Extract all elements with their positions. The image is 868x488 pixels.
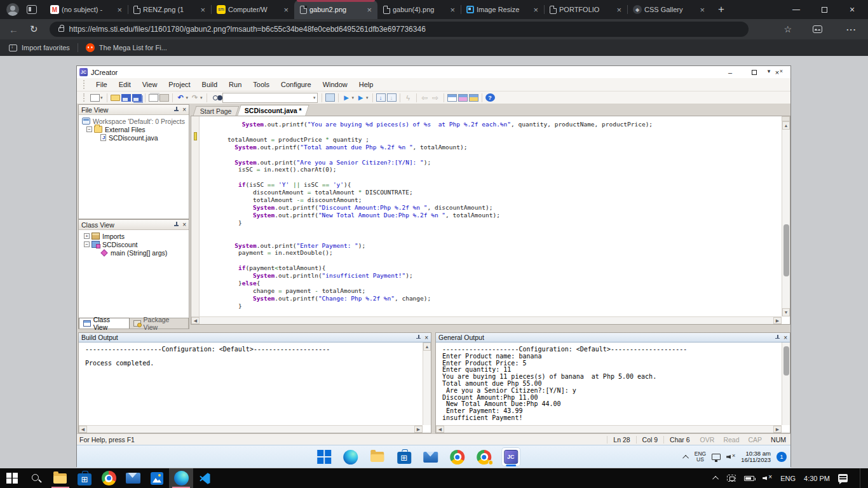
- close-icon[interactable]: ×: [424, 334, 428, 341]
- browser-tab[interactable]: STIComputer/W×: [211, 0, 294, 19]
- menu-file[interactable]: File: [90, 81, 113, 88]
- dropdown-caret-icon[interactable]: ▾: [200, 95, 203, 100]
- menu-edit[interactable]: Edit: [113, 81, 137, 88]
- display-icon[interactable]: [712, 454, 721, 460]
- code-editor[interactable]: System.out.printf("You are buying %d pie…: [191, 116, 790, 325]
- open-file-icon[interactable]: [111, 95, 120, 101]
- find-in-files-icon[interactable]: [325, 93, 335, 102]
- lightning-icon[interactable]: ϟ: [403, 93, 413, 102]
- copy-icon[interactable]: [149, 94, 158, 102]
- url-text[interactable]: https://elms.sti.edu/files/11601780/gabu…: [69, 25, 426, 34]
- scroll-thumb[interactable]: [783, 224, 789, 276]
- browser-tab[interactable]: ◆CSS Gallery×: [627, 0, 710, 19]
- forward-icon[interactable]: ⇨: [431, 93, 440, 102]
- tablet-mode-icon[interactable]: [727, 475, 736, 482]
- window-close-button[interactable]: ×: [839, 0, 865, 19]
- dropdown-caret-icon[interactable]: ▾: [100, 95, 103, 100]
- edge-icon[interactable]: [342, 448, 360, 466]
- paste-icon[interactable]: [159, 94, 169, 102]
- tree-item-scdiscount-java[interactable]: SCDiscount.java: [80, 133, 187, 142]
- collapse-icon[interactable]: −: [86, 126, 92, 132]
- tab-start-page[interactable]: Start Page: [193, 106, 239, 116]
- search-icon[interactable]: [24, 468, 48, 488]
- url-field[interactable]: https://elms.sti.edu/files/11601780/gabu…: [50, 22, 749, 37]
- build-icon[interactable]: ↓: [387, 93, 397, 102]
- favorite-star-icon[interactable]: ☆: [783, 24, 792, 34]
- collapse-icon[interactable]: −: [84, 241, 90, 247]
- dropdown-caret-icon[interactable]: ▾: [366, 95, 369, 100]
- undo-icon[interactable]: ↶: [176, 93, 186, 102]
- window-minimize-button[interactable]: —: [783, 0, 810, 19]
- tree-item-imports[interactable]: + Imports: [80, 232, 187, 240]
- scroll-right-icon[interactable]: ▶: [773, 426, 782, 433]
- jcreator-minimize-button[interactable]: –: [721, 66, 740, 78]
- menu-configure[interactable]: Configure: [275, 81, 317, 88]
- lock-icon[interactable]: [58, 27, 64, 32]
- browser-tab[interactable]: gabun(4).png×: [377, 0, 461, 19]
- volume-muted-icon[interactable]: [763, 475, 772, 482]
- vscode-icon[interactable]: [193, 468, 217, 488]
- pin-icon[interactable]: [173, 222, 179, 227]
- pin-icon[interactable]: [775, 335, 780, 341]
- tab-package-view[interactable]: Package View: [130, 318, 189, 329]
- debug-run-icon[interactable]: ▶: [356, 93, 365, 102]
- close-icon[interactable]: ×: [182, 221, 186, 228]
- dropdown-caret-icon[interactable]: ▾: [186, 95, 189, 100]
- file-explorer-icon[interactable]: [369, 448, 386, 466]
- browser-essentials-icon[interactable]: [813, 25, 822, 33]
- tray-chevron-icon[interactable]: [682, 454, 689, 461]
- scroll-thumb[interactable]: [783, 346, 789, 376]
- menu-project[interactable]: Project: [163, 81, 196, 88]
- back-icon[interactable]: ←: [9, 24, 18, 35]
- file-explorer-icon[interactable]: [48, 468, 72, 488]
- scroll-left-icon[interactable]: ◀: [79, 426, 87, 433]
- volume-muted-icon[interactable]: [726, 453, 735, 461]
- refresh-icon[interactable]: ↻: [30, 24, 38, 35]
- build-output-vertical-scrollbar[interactable]: ▲: [423, 342, 431, 425]
- import-favorites-button[interactable]: Import favorites: [22, 44, 70, 51]
- tab-class-view[interactable]: Class View: [79, 318, 130, 329]
- editor-vertical-scrollbar[interactable]: ▲ ▼: [782, 116, 790, 316]
- bookmark-item[interactable]: The Mega List for Fi...: [99, 44, 167, 51]
- browser-tab[interactable]: PORTFOLIO×: [544, 0, 627, 19]
- chrome-badge-icon[interactable]: [475, 448, 493, 466]
- edge-icon[interactable]: [169, 468, 193, 488]
- close-icon[interactable]: ×: [182, 106, 186, 113]
- general-output-vertical-scrollbar[interactable]: [782, 342, 790, 425]
- scroll-up-icon[interactable]: ▲: [782, 121, 790, 130]
- build-output-horizontal-scrollbar[interactable]: ◀ ▶: [79, 425, 423, 433]
- tree-item-scdiscount-class[interactable]: − SCDiscount: [80, 240, 187, 248]
- language-indicator[interactable]: ENGUS: [695, 451, 706, 463]
- profile-avatar[interactable]: [6, 3, 19, 16]
- scroll-right-icon[interactable]: ▶: [414, 426, 423, 433]
- start-icon[interactable]: [315, 448, 333, 466]
- view-window-2-icon[interactable]: [458, 94, 468, 102]
- back-icon[interactable]: ⇦: [420, 93, 430, 102]
- editor-horizontal-scrollbar[interactable]: ◀ ▶: [191, 316, 782, 324]
- new-file-icon[interactable]: [90, 94, 100, 102]
- jcreator-maximize-button[interactable]: [745, 66, 764, 78]
- chrome-icon[interactable]: [97, 468, 121, 488]
- chrome-icon[interactable]: [449, 448, 466, 466]
- save-icon[interactable]: [121, 94, 131, 102]
- tree-item-main-method[interactable]: main (String[] args): [80, 248, 187, 257]
- menu-view[interactable]: View: [137, 81, 163, 88]
- show-desktop-button[interactable]: [860, 468, 863, 488]
- tab-close-icon[interactable]: ×: [365, 5, 374, 15]
- split-handle[interactable]: [782, 116, 790, 121]
- tray-chevron-icon[interactable]: [712, 476, 719, 482]
- tree-item-external-files[interactable]: − External Files: [80, 125, 187, 133]
- view-window-3-icon[interactable]: [469, 94, 478, 102]
- notification-badge[interactable]: 1: [776, 452, 787, 462]
- tab-search-icon[interactable]: [27, 5, 37, 14]
- compile-icon[interactable]: ↓: [376, 93, 386, 102]
- run-icon[interactable]: ▶: [342, 93, 351, 102]
- dropdown-caret-icon[interactable]: ▾: [352, 95, 355, 100]
- settings-menu-icon[interactable]: ···: [846, 25, 857, 34]
- scroll-up-icon[interactable]: ▲: [423, 342, 431, 351]
- menu-tools[interactable]: Tools: [247, 81, 275, 88]
- mail-icon[interactable]: [121, 468, 145, 488]
- browser-tab[interactable]: M(no subject) -×: [44, 0, 128, 19]
- tab-close-icon[interactable]: ×: [448, 5, 457, 15]
- new-tab-button[interactable]: +: [718, 3, 724, 16]
